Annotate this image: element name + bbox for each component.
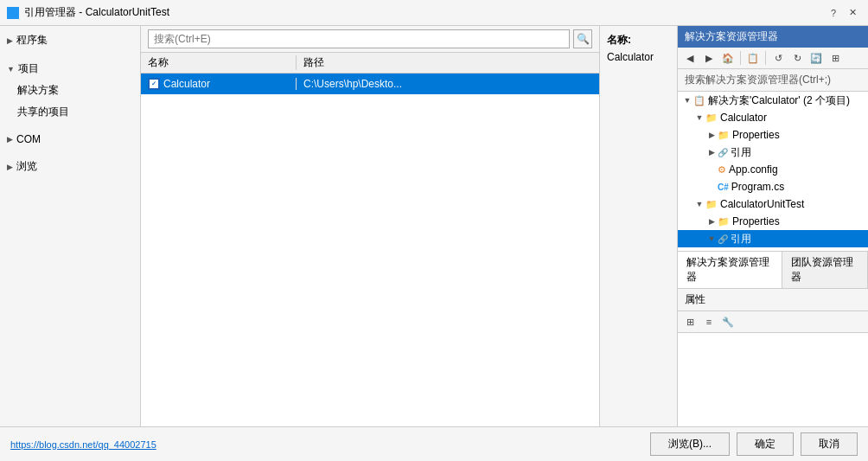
left-panel: ▶ 程序集 ▼ 项目 解决方案 共享的项目 ▶ COM bbox=[0, 26, 141, 426]
info-value: Calculator bbox=[607, 51, 670, 63]
section-com: ▶ COM bbox=[0, 126, 140, 152]
help-button[interactable]: ? bbox=[825, 4, 842, 22]
app-icon bbox=[7, 7, 19, 19]
tree-item-calcunit[interactable]: ▼ 📁 CalculatorUnitTest bbox=[678, 195, 868, 213]
ok-button[interactable]: 确定 bbox=[737, 432, 794, 456]
center-panel: 🔍 名称 路径 ✓ Calculator C:\Users\hp\Deskto.… bbox=[141, 26, 600, 426]
row-icon-calculator: ✓ bbox=[148, 78, 160, 90]
search-input[interactable] bbox=[148, 29, 570, 48]
expand-icon-properties2: ▶ bbox=[705, 217, 718, 226]
toolbar-undo-btn[interactable]: ↺ bbox=[769, 49, 787, 67]
properties-title: 属性 bbox=[678, 289, 868, 311]
toolbar-refresh-btn[interactable]: 🔄 bbox=[807, 49, 825, 67]
tree-item-calculator[interactable]: ▼ 📁 Calculator bbox=[678, 109, 868, 126]
section-assemblies: ▶ 程序集 bbox=[0, 26, 140, 54]
toolbar-sep2 bbox=[765, 51, 766, 65]
expand-icon-calcunit: ▼ bbox=[693, 200, 705, 208]
toolbar-sep1 bbox=[740, 51, 741, 65]
toolbar-back-btn[interactable]: ◀ bbox=[681, 49, 699, 67]
expand-icon-solution: ▼ bbox=[681, 96, 693, 105]
properties-toolbar: ⊞ ≡ 🔧 bbox=[678, 311, 868, 333]
section-browse-header[interactable]: ▶ 浏览 bbox=[0, 156, 140, 177]
tab-team-explorer[interactable]: 团队资源管理器 bbox=[782, 252, 868, 288]
section-com-header[interactable]: ▶ COM bbox=[0, 130, 140, 149]
section-browse-label: 浏览 bbox=[16, 159, 37, 174]
section-browse: ▶ 浏览 bbox=[0, 152, 140, 181]
expand-icon-refs2: ▼ bbox=[705, 234, 718, 243]
prop-toolbar-wrench-btn[interactable]: 🔧 bbox=[719, 313, 737, 330]
expand-icon-calculator: ▼ bbox=[693, 113, 705, 122]
left-item-shared[interactable]: 共享的项目 bbox=[0, 101, 140, 123]
tree-container: ▼ 📋 解决方案'Calculator' (2 个项目) ▼ 📁 Calcula… bbox=[678, 92, 868, 251]
toolbar-grid-btn[interactable]: ⊞ bbox=[827, 49, 844, 67]
tree-item-programcs[interactable]: ▶ C# Program.cs bbox=[678, 178, 868, 195]
main-container: ▶ 程序集 ▼ 项目 解决方案 共享的项目 ▶ COM bbox=[0, 26, 868, 426]
title-bar-controls: ? ✕ bbox=[825, 4, 861, 22]
toolbar-redo-btn[interactable]: ↻ bbox=[788, 49, 806, 67]
row-path-calculator: C:\Users\hp\Deskto... bbox=[297, 78, 599, 90]
toolbar-home-btn[interactable]: 🏠 bbox=[719, 49, 737, 67]
right-toolbar: ◀ ▶ 🏠 📋 ↺ ↻ 🔄 ⊞ bbox=[678, 48, 868, 69]
right-panel: 解决方案资源管理器 ◀ ▶ 🏠 📋 ↺ ↻ 🔄 ⊞ 搜索解决方案资源管理器(Ct… bbox=[678, 26, 868, 426]
table-row[interactable]: ✓ Calculator C:\Users\hp\Deskto... bbox=[141, 74, 599, 94]
bottom-link[interactable]: https://blog.csdn.net/qq_44002715 bbox=[10, 439, 156, 450]
tree-item-solution[interactable]: ▼ 📋 解决方案'Calculator' (2 个项目) bbox=[678, 92, 868, 109]
section-com-label: COM bbox=[16, 133, 41, 145]
tree-item-refs2[interactable]: ▼ 🔗 引用 bbox=[678, 230, 868, 247]
cancel-button[interactable]: 取消 bbox=[801, 432, 858, 456]
expand-arrow-browse: ▶ bbox=[7, 163, 13, 171]
col-header-path: 路径 bbox=[297, 55, 599, 70]
expand-arrow-com: ▶ bbox=[7, 135, 13, 144]
section-assemblies-header[interactable]: ▶ 程序集 bbox=[0, 29, 140, 51]
col-header-name: 名称 bbox=[141, 55, 297, 70]
bottom-bar: https://blog.csdn.net/qq_44002715 浏览(B).… bbox=[0, 426, 868, 461]
info-panel: 名称: Calculator bbox=[600, 26, 678, 426]
toolbar-list-btn[interactable]: 📋 bbox=[744, 49, 762, 67]
info-label: 名称: bbox=[607, 33, 670, 48]
title-text: 引用管理器 - CalculatorUnitTest bbox=[24, 5, 169, 20]
section-projects-header[interactable]: ▼ 项目 bbox=[0, 58, 140, 80]
title-bar: 引用管理器 - CalculatorUnitTest ? ✕ bbox=[0, 0, 868, 26]
prop-toolbar-list-btn[interactable]: ≡ bbox=[700, 313, 718, 330]
toolbar-forward-btn[interactable]: ▶ bbox=[700, 49, 718, 67]
tab-bar: 解决方案资源管理器 团队资源管理器 bbox=[678, 251, 868, 288]
search-bar: 🔍 bbox=[141, 26, 599, 53]
title-bar-left: 引用管理器 - CalculatorUnitTest bbox=[7, 5, 169, 20]
row-name-calculator: ✓ Calculator bbox=[141, 78, 297, 90]
tree-item-properties2[interactable]: ▶ 📁 Properties bbox=[678, 213, 868, 230]
properties-panel: 属性 ⊞ ≡ 🔧 bbox=[678, 288, 868, 426]
tree-item-refs[interactable]: ▶ 🔗 引用 bbox=[678, 144, 868, 161]
close-button[interactable]: ✕ bbox=[844, 4, 861, 22]
expand-icon-refs: ▶ bbox=[705, 148, 718, 157]
browse-button[interactable]: 浏览(B)... bbox=[650, 432, 730, 456]
tab-solution-explorer[interactable]: 解决方案资源管理器 bbox=[678, 252, 782, 288]
expand-arrow-assemblies: ▶ bbox=[7, 36, 13, 45]
search-button[interactable]: 🔍 bbox=[573, 29, 592, 48]
prop-toolbar-grid-btn[interactable]: ⊞ bbox=[681, 313, 699, 330]
expand-icon-properties: ▶ bbox=[705, 131, 718, 139]
section-projects-label: 项目 bbox=[18, 61, 39, 76]
right-bottom: 解决方案资源管理器 团队资源管理器 属性 ⊞ ≡ 🔧 bbox=[678, 251, 868, 426]
right-search: 搜索解决方案资源管理器(Ctrl+;) bbox=[678, 69, 868, 92]
right-title-bar: 解决方案资源管理器 bbox=[678, 26, 868, 48]
tree-item-appconfig[interactable]: ▶ ⚙ App.config bbox=[678, 161, 868, 178]
table-body: ✓ Calculator C:\Users\hp\Deskto... bbox=[141, 74, 599, 426]
section-assemblies-label: 程序集 bbox=[16, 33, 48, 48]
left-item-solution[interactable]: 解决方案 bbox=[0, 80, 140, 101]
expand-arrow-projects: ▼ bbox=[7, 65, 15, 74]
section-projects: ▼ 项目 解决方案 共享的项目 bbox=[0, 54, 140, 126]
tree-item-properties[interactable]: ▶ 📁 Properties bbox=[678, 126, 868, 144]
right-panel-title: 解决方案资源管理器 bbox=[685, 29, 778, 44]
table-header: 名称 路径 bbox=[141, 53, 599, 74]
